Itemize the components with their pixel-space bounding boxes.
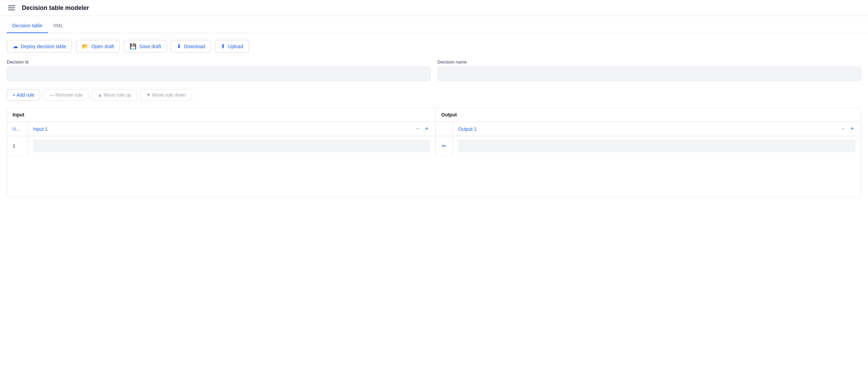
input-1-header: Input 1 − + <box>28 122 436 136</box>
input-col-actions: − + <box>415 125 430 132</box>
remove-rule-button[interactable]: — Remove rule <box>43 89 88 101</box>
row-input-field[interactable] <box>33 140 430 152</box>
decision-id-input[interactable] <box>7 67 431 81</box>
output-1-label: Output 1 <box>458 126 477 132</box>
row-input-cell <box>28 136 436 155</box>
download-icon: ⬇ <box>177 43 181 50</box>
add-input-col-button[interactable]: + <box>423 125 430 132</box>
u-badge: U... <box>13 126 19 131</box>
row-edit-icon-cell: ✏ <box>436 136 453 155</box>
row-output-cell <box>453 136 861 155</box>
input-section-header: Input <box>7 108 436 122</box>
row-number: 1 <box>7 136 28 155</box>
folder-icon: 📂 <box>82 43 89 50</box>
decision-name-label: Decision name <box>437 59 861 65</box>
form-section: Decision id Decision name <box>0 59 868 89</box>
output-1-header: Output 1 − + <box>453 122 861 136</box>
decision-id-group: Decision id <box>7 59 431 81</box>
upload-button[interactable]: ⬆ Upload <box>215 40 249 53</box>
tab-xml[interactable]: XML <box>48 19 69 33</box>
output-section-header: Output <box>436 108 861 122</box>
add-rule-button[interactable]: + Add rule <box>7 89 40 101</box>
save-draft-button[interactable]: 💾 Save draft <box>124 40 167 53</box>
rule-controls: + Add rule — Remove rule ▲ Move rule up … <box>0 89 868 108</box>
download-button[interactable]: ⬇ Download <box>171 40 211 53</box>
edit-icon-header <box>436 122 453 136</box>
section-headers: Input Output <box>7 108 861 122</box>
open-draft-button[interactable]: 📂 Open draft <box>76 40 120 53</box>
decision-name-group: Decision name <box>437 59 861 81</box>
u-badge-cell: U... <box>7 122 28 136</box>
tabs-container: Decision table XML <box>0 19 868 33</box>
move-rule-up-button[interactable]: ▲ Move rule up <box>92 89 137 101</box>
remove-input-col-button[interactable]: − <box>415 125 421 132</box>
remove-output-col-button[interactable]: − <box>840 125 847 132</box>
column-headers: U... Input 1 − + Output 1 − + <box>7 122 861 136</box>
input-1-label: Input 1 <box>33 126 48 132</box>
app-title: Decision table modeler <box>22 4 89 12</box>
decision-table: Input Output U... Input 1 − + Output 1 −… <box>7 108 861 197</box>
output-col-actions: − + <box>840 125 855 132</box>
deploy-decision-table-button[interactable]: ☁ Deploy decision table <box>7 40 72 53</box>
table-row: 1 ✏ <box>7 136 861 156</box>
row-output-field[interactable] <box>458 140 855 152</box>
tab-decision-table[interactable]: Decision table <box>7 19 48 33</box>
save-icon: 💾 <box>130 43 136 50</box>
decision-name-input[interactable] <box>437 67 861 81</box>
row-edit-button[interactable]: ✏ <box>442 143 446 149</box>
decision-id-label: Decision id <box>7 59 431 65</box>
move-rule-down-button[interactable]: ▼ Move rule down <box>140 89 192 101</box>
add-output-col-button[interactable]: + <box>849 125 855 132</box>
hamburger-menu-icon[interactable] <box>7 4 16 12</box>
cloud-icon: ☁ <box>13 43 18 50</box>
app-header: Decision table modeler <box>0 0 868 16</box>
upload-icon: ⬆ <box>221 43 225 50</box>
empty-table-space <box>7 156 861 197</box>
toolbar: ☁ Deploy decision table 📂 Open draft 💾 S… <box>0 33 868 59</box>
